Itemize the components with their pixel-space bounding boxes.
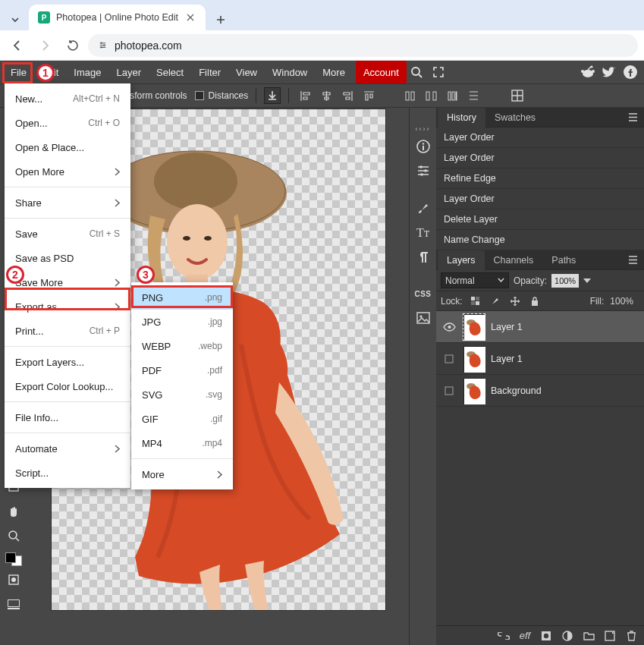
visibility-icon[interactable] [441,354,457,364]
lock-pixels-icon[interactable] [488,294,502,308]
fx-icon[interactable]: eff [518,629,532,643]
history-item[interactable]: Layer Order [436,148,644,168]
browser-tab-active[interactable]: P Photopea | Online Photo Edit [29,5,206,30]
menu-item[interactable]: SVG.svg [131,382,233,407]
menu-item[interactable]: More [131,462,233,486]
menu-item[interactable]: Print...Ctrl + P [5,319,130,343]
dist-more-icon[interactable] [465,87,482,104]
color-swatch[interactable] [5,552,22,566]
facebook-icon[interactable] [620,61,641,83]
mask-icon[interactable] [539,629,553,643]
dist-right-icon[interactable] [444,87,460,104]
menu-window[interactable]: Window [265,61,315,83]
history-item[interactable]: Refine Edge [436,168,644,189]
tab-layers[interactable]: Layers [438,250,485,270]
align-right-icon[interactable] [339,87,356,104]
menu-image[interactable]: Image [66,61,108,83]
menu-item[interactable]: Open & Place... [5,135,130,159]
menu-more[interactable]: More [315,61,353,83]
layer-row[interactable]: Layer 1 [436,343,644,375]
history-item[interactable]: Name Change [436,230,644,250]
layer-row[interactable]: Background [436,375,644,407]
panel-menu-icon[interactable] [624,252,641,269]
menu-item[interactable]: Automate [5,436,130,461]
fullscreen-icon[interactable] [428,61,449,83]
dist-left-icon[interactable] [401,87,418,104]
layer-name[interactable]: Layer 1 [491,354,523,364]
opacity-dropdown-icon[interactable] [583,278,591,283]
menu-item[interactable]: Open...Ctrl + O [5,111,130,135]
layer-name[interactable]: Background [491,385,542,396]
tab-search-button[interactable] [5,9,26,30]
history-item[interactable]: Layer Order [436,127,644,148]
nav-reload-button[interactable] [61,34,83,57]
visibility-icon[interactable] [441,385,457,396]
quick-export-icon[interactable] [264,87,281,104]
menu-item[interactable]: PDF.pdf [131,358,233,382]
menu-file[interactable]: File [3,61,34,83]
menu-filter[interactable]: Filter [191,61,228,83]
tab-paths[interactable]: Paths [542,250,585,270]
history-item[interactable]: Delete Layer [436,209,644,230]
menu-item[interactable]: Save as PSD [5,246,130,270]
url-bar[interactable]: photopea.com [88,34,638,57]
tab-history[interactable]: History [438,108,485,127]
menu-view[interactable]: View [228,61,265,83]
site-settings-icon[interactable] [97,39,108,51]
screen-mode-icon[interactable] [3,593,24,615]
fill-input[interactable]: 100% [610,296,633,307]
menu-edit[interactable]: Edit [34,61,66,83]
css-icon[interactable]: CSS [413,284,434,304]
twitter-icon[interactable] [598,61,620,83]
folder-icon[interactable] [582,629,595,643]
align-top-icon[interactable] [360,87,377,104]
grid-icon[interactable] [509,87,526,104]
menu-account[interactable]: Account [356,61,407,83]
menu-item[interactable]: WEBP.webp [131,334,233,358]
brush-panel-icon[interactable] [413,199,434,219]
reddit-icon[interactable] [577,61,598,83]
distances-checkbox[interactable]: Distances [195,90,249,101]
lock-position-icon[interactable] [508,294,522,308]
link-layers-icon[interactable] [497,629,510,643]
nav-back-button[interactable] [6,34,29,57]
tab-channels[interactable]: Channels [485,250,543,270]
quick-mask-icon[interactable] [3,569,24,590]
tab-close-button[interactable] [184,11,196,24]
menu-item[interactable]: JPG.jpg [131,310,233,334]
menu-item[interactable]: PNG.png [131,285,233,310]
menu-item[interactable]: Export Color Lookup... [5,374,130,398]
menu-item[interactable]: SaveCtrl + S [5,222,130,246]
search-icon[interactable] [407,61,428,83]
adjust-icon[interactable] [413,161,434,181]
menu-item[interactable]: Export Layers... [5,350,130,374]
menu-item[interactable]: Open More [5,159,130,184]
paragraph-icon[interactable] [413,247,434,267]
lock-all-icon[interactable] [528,294,542,308]
dist-center-icon[interactable] [423,87,439,104]
menu-item[interactable]: Save More [5,270,130,294]
zoom-tool-icon[interactable] [3,525,24,546]
menu-item[interactable]: File Info... [5,405,130,429]
menu-select[interactable]: Select [149,61,191,83]
visibility-icon[interactable] [441,322,457,332]
nav-forward-button[interactable] [33,34,56,57]
new-layer-icon[interactable] [603,629,617,643]
opacity-input[interactable]: 100% [551,274,579,288]
panel-grip-icon[interactable]: ‹‹›› [416,126,431,132]
align-left-icon[interactable] [297,87,313,104]
panel-menu-icon[interactable] [624,109,641,126]
hand-tool-icon[interactable] [3,501,24,522]
delete-layer-icon[interactable] [624,629,638,643]
layer-name[interactable]: Layer 1 [491,322,523,332]
history-item[interactable]: Layer Order [436,189,644,209]
menu-item[interactable]: New...Alt+Ctrl + N [5,87,130,111]
info-icon[interactable] [413,137,434,156]
layer-row[interactable]: Layer 1 [436,311,644,343]
adjustment-icon[interactable] [561,629,574,643]
character-icon[interactable]: Tт [413,223,434,243]
blend-mode-select[interactable]: Normal [441,272,509,288]
menu-item[interactable]: Share [5,190,130,215]
menu-layer[interactable]: Layer [109,61,149,83]
tab-swatches[interactable]: Swatches [485,108,545,127]
